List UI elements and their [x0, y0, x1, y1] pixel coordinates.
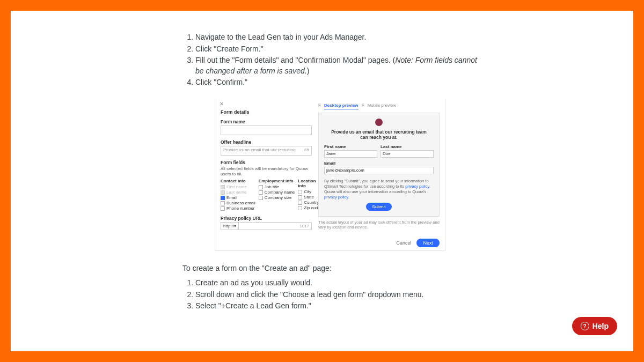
form-fields-columns: Contact info First name Last name Email … — [221, 179, 312, 211]
first-name-input[interactable]: Jane — [324, 150, 377, 158]
checkbox-firstname — [221, 185, 225, 189]
preview-headline: Provide us an email that our recruiting … — [324, 129, 434, 140]
checkbox-label: Company size — [265, 195, 292, 200]
url-protocol[interactable]: http://▾ — [221, 222, 239, 230]
preview-note: The actual layout of your ad may look di… — [318, 220, 440, 230]
submit-button[interactable]: Submit — [366, 203, 392, 211]
panel-footer: Cancel Next — [215, 235, 445, 250]
checkbox-label: Phone number — [226, 206, 254, 211]
col-title: Contact info — [221, 179, 255, 183]
email-label: Email — [324, 161, 434, 166]
help-icon: ? — [581, 322, 589, 330]
steps-list-a: Navigate to the Lead Gen tab in your Ads… — [182, 32, 483, 88]
first-name-label: First name — [324, 144, 377, 149]
page-container: Navigate to the Lead Gen tab in your Ads… — [11, 11, 633, 351]
checkbox-email[interactable] — [221, 196, 225, 200]
step-text: ) — [307, 67, 310, 75]
tab-mobile-preview[interactable]: Mobile preview — [368, 103, 396, 109]
close-icon[interactable]: ✕ — [219, 101, 224, 107]
steps-list-b: Create an ad as you usually would. Scrol… — [182, 278, 483, 312]
link-icon: ⎘ — [362, 103, 364, 109]
preview-tabs: ⎘ Desktop preview ⎘ Mobile preview — [318, 103, 440, 109]
last-name-input[interactable]: Doe — [380, 150, 434, 158]
char-count: 1017 — [299, 224, 309, 228]
checkbox-label: Job title — [265, 184, 280, 189]
offer-headline-input[interactable]: Provide us an email that our recruiting … — [221, 146, 312, 156]
document-content: Navigate to the Lead Gen tab in your Ads… — [182, 32, 483, 312]
checkbox-state[interactable] — [298, 195, 302, 200]
checkbox-lastname — [221, 190, 225, 195]
help-label: Help — [592, 322, 609, 330]
panel-title: Form details — [221, 109, 312, 115]
tab-desktop-preview[interactable]: Desktop preview — [324, 103, 358, 109]
cancel-button[interactable]: Cancel — [396, 240, 411, 246]
form-fields-help: All selected fields will be mandatory fo… — [221, 166, 312, 176]
privacy-policy-link[interactable]: privacy policy — [324, 195, 348, 200]
checkbox-jobtitle[interactable] — [259, 185, 263, 189]
step-item: Click "Create Form." — [195, 44, 483, 55]
offer-headline-label: Offer headline — [221, 139, 312, 145]
step-item: Click "Confirm." — [195, 77, 483, 88]
checkbox-zip[interactable] — [298, 206, 302, 210]
placeholder-text: Provide us an email that our recruiting — [223, 147, 296, 152]
privacy-policy-link[interactable]: privacy policy — [405, 184, 429, 189]
help-button[interactable]: ? Help — [572, 317, 617, 335]
section-intro: To create a form on the "Create an ad" p… — [182, 264, 483, 272]
char-count: 65 — [304, 147, 309, 152]
checkbox-label: City — [304, 189, 311, 194]
form-name-input[interactable] — [221, 125, 312, 135]
preview-card: Provide us an email that our recruiting … — [318, 113, 440, 217]
employment-info-column: Employment info Job title Company name C… — [259, 179, 295, 211]
disclaimer-text: By clicking "Submit", you agree to send … — [324, 179, 434, 200]
checkbox-city[interactable] — [298, 190, 302, 194]
col-title: Location info — [298, 179, 320, 188]
checkbox-phone[interactable] — [221, 206, 225, 211]
form-left-column: Form details Form name Offer headline Pr… — [221, 103, 312, 230]
checkbox-label: First name — [226, 184, 247, 189]
location-info-column: Location info City State Country Zip cod… — [298, 179, 320, 211]
checkbox-business-email[interactable] — [221, 201, 225, 205]
privacy-url-input[interactable]: http://▾ 1017 — [221, 222, 312, 230]
step-item: Fill out the "Form details" and "Confirm… — [195, 55, 483, 76]
checkbox-country[interactable] — [298, 201, 302, 205]
avatar — [375, 119, 383, 126]
checkbox-company-size[interactable] — [259, 196, 263, 200]
next-button[interactable]: Next — [416, 239, 440, 247]
checkbox-label: Company name — [265, 190, 295, 195]
form-details-panel: ✕ Form details Form name Offer headline … — [215, 99, 445, 251]
email-input[interactable]: jane@example.com — [324, 167, 434, 174]
checkbox-label: Email — [226, 195, 237, 200]
checkbox-label: Country — [304, 200, 319, 205]
form-fields-label: Form fields — [221, 160, 312, 165]
checkbox-label: Last name — [226, 190, 246, 195]
last-name-label: Last name — [380, 144, 434, 149]
privacy-url-label: Privacy policy URL — [221, 216, 312, 221]
checkbox-label: Business email — [226, 201, 255, 205]
link-icon: ⎘ — [318, 103, 321, 109]
form-name-label: Form name — [221, 119, 312, 124]
step-item: Scroll down and click the "Choose a lead… — [195, 290, 483, 300]
contact-info-column: Contact info First name Last name Email … — [221, 179, 255, 211]
step-item: Navigate to the Lead Gen tab in your Ads… — [195, 32, 483, 43]
step-item: Create an ad as you usually would. — [195, 278, 483, 289]
checkbox-label: State — [304, 195, 314, 200]
col-title: Employment info — [259, 179, 295, 183]
checkbox-company-name[interactable] — [259, 190, 263, 195]
step-text: Fill out the "Form details" and "Confirm… — [195, 56, 395, 64]
preview-column: ⎘ Desktop preview ⎘ Mobile preview Provi… — [318, 103, 440, 230]
step-item: Select "+Create a Lead Gen form." — [195, 301, 483, 312]
url-field[interactable]: 1017 — [239, 222, 312, 230]
